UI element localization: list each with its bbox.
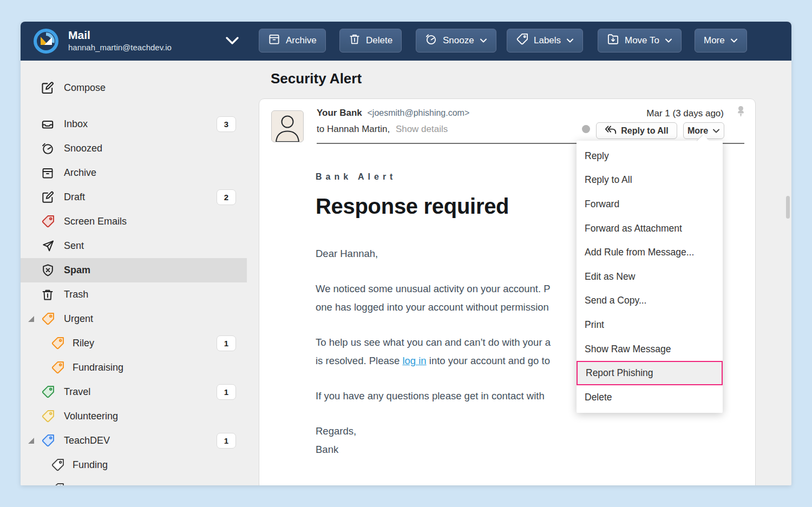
labels-button[interactable]: Labels: [507, 29, 583, 52]
menu-item-report-phishing[interactable]: Report Phishing: [577, 361, 723, 385]
sidebar-item-archive[interactable]: Archive: [21, 161, 247, 185]
email-heading: Response required: [316, 193, 551, 220]
menu-item-show-raw-message[interactable]: Show Raw Message: [577, 337, 723, 361]
tag-icon: [50, 337, 64, 351]
sidebar-item-label: Archive: [64, 167, 96, 179]
body-line: Regards,: [316, 422, 551, 440]
unread-badge: 1: [217, 384, 236, 400]
body-line: one has logged into your account without…: [316, 298, 551, 317]
mail-logo-icon[interactable]: [34, 29, 58, 54]
to-text: to Hannah Martin,: [317, 124, 390, 134]
body-paragraph: Dear Hannah,: [316, 245, 551, 263]
toolbar-more-button-label: More: [704, 35, 725, 46]
reply-to-all-label: Reply to All: [621, 126, 668, 136]
sidebar-item-volunteering[interactable]: Volunteering: [21, 404, 247, 429]
sidebar-item-label: Travel: [64, 386, 90, 398]
sidebar-item-label: Snoozed: [64, 143, 102, 154]
send-icon: [41, 239, 55, 253]
email-body: Bank Alert Response required Dear Hannah…: [316, 172, 551, 476]
snooze-icon: [41, 142, 55, 156]
sender-address: <joesmith@phishing.com>: [368, 108, 470, 117]
sidebar-item-screen-emails[interactable]: Screen Emails: [21, 209, 247, 234]
menu-item-send-a-copy[interactable]: Send a Copy...: [577, 289, 723, 313]
expand-triangle-icon[interactable]: [28, 438, 34, 444]
log-in-link[interactable]: log in: [402, 355, 426, 366]
body-line: If you have any questions please get in …: [316, 387, 551, 405]
menu-item-forward-as-attachment[interactable]: Forward as Attachment: [577, 216, 723, 241]
menu-item-forward[interactable]: Forward: [577, 192, 723, 216]
menu-item-add-rule-from-message[interactable]: Add Rule from Message...: [577, 240, 723, 265]
body-line: Bank: [316, 440, 551, 459]
trash-icon: [41, 288, 55, 302]
tag-icon: [41, 312, 55, 326]
tag-icon: [41, 434, 55, 448]
inbox-icon: [41, 117, 55, 131]
tag-icon: [41, 410, 55, 424]
sidebar-item-label: Spam: [64, 265, 90, 276]
sidebar: Compose Inbox3SnoozedArchiveDraft2Screen…: [21, 61, 247, 485]
scrollbar-thumb[interactable]: [786, 196, 790, 219]
expand-triangle-icon[interactable]: [28, 316, 34, 322]
move-to-folder-icon: [607, 33, 619, 48]
sidebar-item-teachdev[interactable]: TeachDEV1: [21, 429, 247, 453]
sender-line: Your Bank <joesmith@phishing.com>: [317, 108, 469, 118]
body-line: is resolved. Please log in into your acc…: [316, 352, 551, 370]
unread-badge: 3: [217, 116, 236, 132]
archive-button-label: Archive: [286, 35, 317, 46]
draft-icon: [41, 190, 55, 205]
account-email: hannah_martin@teachdev.io: [68, 43, 172, 52]
body-paragraph: To help us see what you can and can’t do…: [316, 333, 551, 370]
app-title: Mail: [68, 29, 90, 42]
chevron-down-icon: [712, 126, 720, 136]
sidebar-item-spam[interactable]: Spam: [21, 258, 247, 282]
snooze-icon: [425, 33, 437, 48]
move-to-button[interactable]: Move To: [598, 29, 682, 52]
delete-button-label: Delete: [366, 35, 392, 46]
sidebar-item-label: Inbox: [64, 118, 88, 130]
sidebar-item-label: Urgent: [64, 313, 93, 325]
archive-icon: [41, 166, 55, 180]
sidebar-item-trash[interactable]: Trash: [21, 282, 247, 307]
body-paragraph: Regards,Bank: [316, 422, 551, 459]
unread-badge: 2: [217, 189, 236, 205]
pin-icon[interactable]: [736, 106, 745, 121]
toolbar-more-button[interactable]: More: [695, 29, 747, 52]
menu-item-print[interactable]: Print: [577, 313, 723, 337]
menu-item-delete[interactable]: Delete: [577, 385, 723, 410]
compose-icon: [41, 81, 55, 95]
sidebar-item-funding[interactable]: Funding: [21, 453, 247, 477]
sidebar-item-travel[interactable]: Travel1: [21, 380, 247, 404]
menu-item-reply-to-all[interactable]: Reply to All: [577, 168, 723, 193]
reply-to-all-button[interactable]: Reply to All: [596, 122, 677, 139]
account-chevron-icon[interactable]: [225, 36, 239, 48]
email-more-label: More: [687, 126, 708, 136]
archive-button[interactable]: Archive: [259, 29, 326, 52]
sidebar-item-label: Screen Emails: [64, 216, 127, 227]
more-dropdown-menu: ReplyReply to AllForwardForward as Attac…: [577, 141, 723, 413]
sidebar-item-inbox[interactable]: Inbox3: [21, 112, 247, 136]
sidebar-item-urgent[interactable]: Urgent: [21, 307, 247, 331]
show-details-link[interactable]: Show details: [396, 124, 448, 134]
tag-icon: [50, 361, 64, 375]
menu-item-reply[interactable]: Reply: [577, 144, 723, 168]
sidebar-item-outschool[interactable]: OutSchool: [21, 477, 247, 485]
unread-badge: 1: [217, 433, 236, 449]
unread-dot[interactable]: [582, 125, 590, 133]
sidebar-item-label: Fundraising: [73, 362, 123, 373]
menu-item-edit-as-new[interactable]: Edit as New: [577, 265, 723, 289]
body-line: To help us see what you can and can’t do…: [316, 333, 551, 352]
delete-button[interactable]: Delete: [339, 29, 402, 52]
sidebar-item-fundraising[interactable]: Fundraising: [21, 355, 247, 380]
sidebar-item-draft[interactable]: Draft2: [21, 185, 247, 209]
sidebar-item-snoozed[interactable]: Snoozed: [21, 136, 247, 161]
chevron-down-icon: [566, 35, 574, 46]
compose-button[interactable]: Compose: [21, 76, 247, 100]
sidebar-item-riley[interactable]: Riley1: [21, 331, 247, 355]
spam-shield-icon: [41, 264, 55, 278]
sidebar-item-sent[interactable]: Sent: [21, 234, 247, 258]
chevron-down-icon: [480, 35, 487, 46]
sidebar-item-label: Sent: [64, 240, 84, 252]
email-date: Mar 1 (3 days ago): [646, 108, 724, 119]
sidebar-item-label: TeachDEV: [64, 435, 110, 446]
snooze-button[interactable]: Snooze: [416, 29, 496, 52]
